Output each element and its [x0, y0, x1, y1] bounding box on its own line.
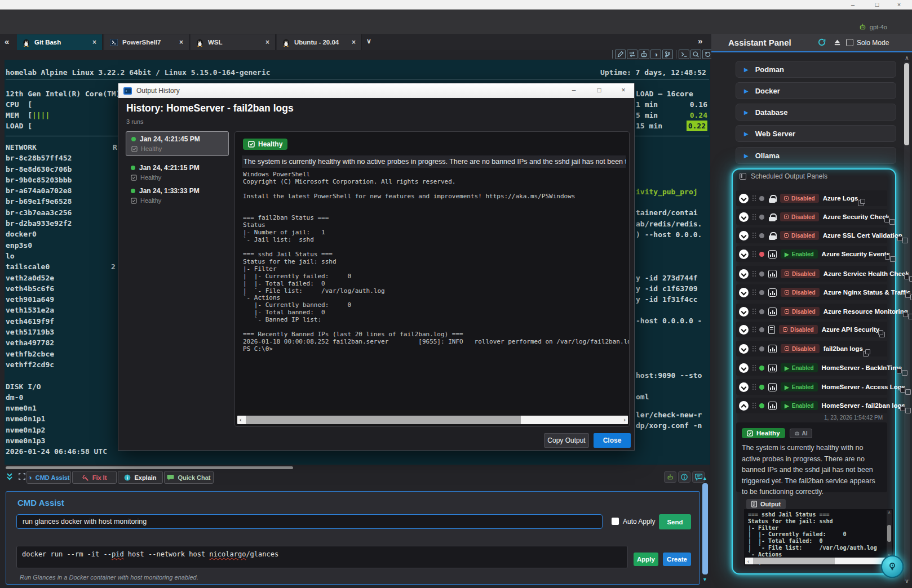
panel-scroll-down-icon[interactable]: ∨	[904, 578, 910, 584]
drag-handle-icon[interactable]	[752, 251, 754, 252]
tab-powershell7[interactable]: PowerShell7 ×	[104, 34, 189, 50]
scroll-up-icon[interactable]: ∧	[887, 510, 892, 515]
scroll-down-icon[interactable]: ▼	[702, 577, 707, 582]
scheduled-row-expanded[interactable]: ▶Enabled HomeServer - fail2ban logs	[736, 398, 887, 413]
generated-command-box[interactable]: docker run --rm -it --pid host --network…	[16, 546, 628, 568]
new-tab-dropdown-icon[interactable]: ∨	[366, 37, 371, 45]
modal-minimize-icon[interactable]: –	[566, 86, 581, 94]
edit-script-icon[interactable]	[615, 50, 626, 59]
modal-titlebar[interactable]: Output History – □ ×	[118, 83, 634, 98]
chevron-down-icon[interactable]	[739, 194, 749, 203]
drag-handle-icon[interactable]	[752, 195, 754, 197]
scheduled-row[interactable]: Disabled Azure API Security	[736, 322, 887, 337]
scheduled-row[interactable]: Disabled Azure Service Health Check	[736, 266, 887, 282]
solo-mode-checkbox[interactable]	[846, 39, 853, 46]
tab-close-icon[interactable]: ×	[265, 38, 269, 46]
cmd-assist-input[interactable]	[16, 514, 603, 529]
collapse-panel-icon[interactable]	[6, 473, 14, 483]
panel-scrollbar-thumb[interactable]	[904, 63, 909, 145]
collapse-all-icon[interactable]	[833, 38, 842, 48]
scheduled-row[interactable]: Disabled fail2ban logs	[736, 341, 887, 357]
mini-vscrollbar-thumb[interactable]	[887, 525, 891, 542]
modal-maximize-icon[interactable]: □	[592, 86, 606, 94]
open-panel-icon[interactable]	[858, 199, 865, 206]
scheduled-row[interactable]: ▶Enabled Azure Security Events	[736, 246, 887, 262]
info-mini-button[interactable]	[678, 471, 690, 483]
create-button[interactable]: Create	[663, 553, 691, 566]
chevron-down-icon[interactable]	[739, 288, 749, 297]
terminal-prompt-icon[interactable]	[679, 50, 689, 59]
tab-wsl[interactable]: WSL ×	[191, 34, 276, 50]
drag-handle-icon[interactable]	[752, 384, 754, 385]
tabs-overflow-icon[interactable]: »	[698, 36, 702, 46]
chevron-down-icon[interactable]	[739, 231, 749, 240]
apply-button[interactable]: Apply	[634, 553, 658, 566]
terminal-horizontal-scrollbar[interactable]	[6, 466, 293, 469]
scrollbar-thumb[interactable]	[246, 416, 521, 424]
tab-close-icon[interactable]: ×	[179, 38, 183, 46]
output-horizontal-scrollbar[interactable]: ‹ ›	[237, 416, 628, 424]
model-chip[interactable]: gpt-4o	[859, 23, 887, 30]
expand-panel-icon[interactable]	[18, 473, 26, 483]
drag-handle-icon[interactable]	[752, 327, 754, 328]
chevron-down-icon[interactable]	[739, 363, 749, 373]
chevron-down-icon[interactable]	[739, 382, 749, 392]
scroll-left-icon[interactable]: ‹	[240, 416, 242, 424]
section-web-server[interactable]: ▶Web Server	[736, 125, 896, 142]
window-minimize-icon[interactable]: –	[844, 0, 861, 9]
section-database[interactable]: ▶Database	[736, 104, 896, 121]
run-item[interactable]: Jan 24, 4:21:45 PM Healthy	[126, 131, 229, 156]
modal-close-icon[interactable]: ×	[616, 86, 631, 94]
explain-button[interactable]: Explain	[118, 471, 163, 484]
mini-hscrollbar[interactable]: ‹ ›	[745, 558, 892, 564]
drag-handle-icon[interactable]	[752, 403, 754, 404]
bottom-scrollbar-thumb[interactable]	[702, 483, 708, 574]
scheduled-row[interactable]: Disabled Azure Nginx Status & Traffic	[736, 284, 887, 300]
scheduled-row[interactable]: Disabled Azure Security Check	[736, 209, 887, 225]
drag-handle-icon[interactable]	[752, 289, 754, 291]
section-docker[interactable]: ▶Docker	[736, 82, 896, 99]
drag-handle-icon[interactable]	[752, 365, 754, 366]
scheduled-row[interactable]: ▶Enabled HomeServer - Access Logs	[736, 379, 887, 395]
panel-scroll-up-icon[interactable]: ∧	[904, 55, 910, 61]
drag-handle-icon[interactable]	[752, 233, 754, 234]
scroll-left-icon[interactable]: ‹	[747, 558, 749, 565]
chevron-down-icon[interactable]	[739, 269, 749, 279]
drag-handle-icon[interactable]	[752, 346, 754, 347]
half-circle-icon[interactable]: ◑	[650, 50, 661, 59]
refresh-icon[interactable]	[817, 38, 826, 49]
open-panel-icon[interactable]	[879, 330, 883, 337]
copy-output-button[interactable]: Copy Output	[544, 433, 589, 448]
window-maximize-icon[interactable]: □	[869, 0, 886, 9]
auto-apply-checkbox[interactable]	[612, 518, 619, 525]
tab-git-bash[interactable]: Git Bash ×	[17, 34, 103, 50]
tab-ubuntu[interactable]: Ubuntu - 20.04 ×	[277, 34, 362, 50]
chevron-down-icon[interactable]	[739, 307, 749, 317]
scroll-right-icon[interactable]: ›	[623, 416, 626, 424]
run-item[interactable]: Jan 24, 1:33:33 PM Healthy	[126, 184, 229, 207]
scheduled-row[interactable]: Disabled Azure Resource Monitoring	[736, 304, 887, 319]
open-panel-icon[interactable]	[863, 349, 870, 357]
chevron-down-icon[interactable]	[739, 325, 749, 335]
robot-assistant-icon[interactable]	[639, 50, 649, 59]
swap-arrows-icon[interactable]	[627, 50, 637, 59]
scheduled-row[interactable]: ▶Enabled HomeServer - BackInTime	[736, 360, 887, 376]
robot-mini-button[interactable]	[664, 471, 676, 483]
mini-vscrollbar-track[interactable]: ∧ ∨	[887, 510, 892, 558]
cmd-assist-toolbar-button[interactable]: ◑ CMD Assist	[26, 471, 71, 484]
drag-handle-icon[interactable]	[752, 271, 754, 272]
section-ollama[interactable]: ▶Ollama	[736, 147, 896, 164]
chevron-up-icon[interactable]	[739, 401, 749, 411]
chevron-down-icon[interactable]	[739, 250, 749, 259]
quick-chat-button[interactable]: Quick Chat	[164, 471, 214, 484]
mini-output-box[interactable]: === sshd Jail Status === Status for the …	[744, 509, 893, 565]
fix-it-button[interactable]: Fix It	[72, 471, 117, 484]
drag-handle-icon[interactable]	[752, 309, 754, 310]
search-icon[interactable]	[690, 50, 701, 59]
tab-close-icon[interactable]: ×	[352, 38, 356, 46]
run-item[interactable]: Jan 24, 4:21:15 PM Healthy	[126, 161, 229, 184]
window-close-icon[interactable]: ×	[891, 0, 907, 9]
section-podman[interactable]: ▶Podman	[736, 61, 896, 78]
chevron-down-icon[interactable]	[739, 344, 749, 354]
tab-close-icon[interactable]: ×	[92, 38, 96, 46]
